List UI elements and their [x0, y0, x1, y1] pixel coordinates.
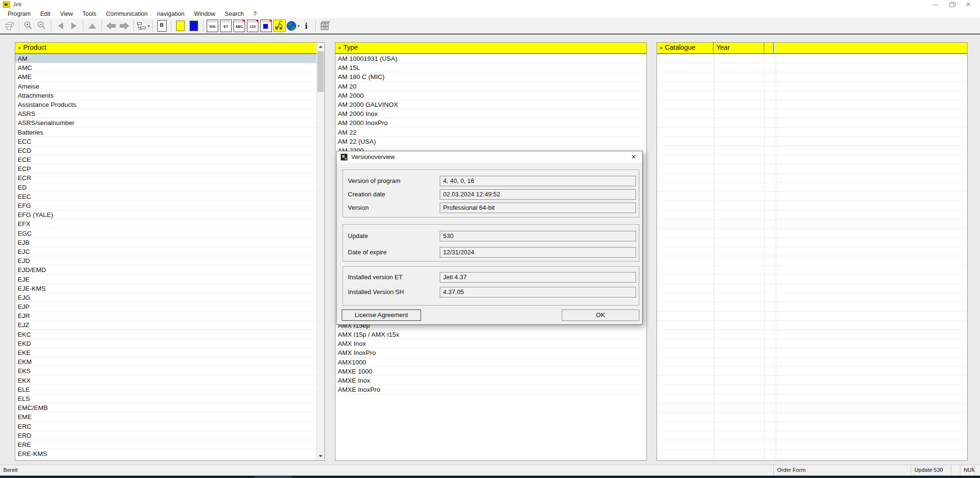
blue-marker-icon[interactable] [187, 20, 200, 33]
navigate-back-icon[interactable] [104, 20, 118, 33]
next-record-icon[interactable] [67, 20, 80, 33]
taskbar-button[interactable] [254, 476, 292, 478]
menu-item-edit[interactable]: Edit [35, 10, 56, 18]
product-column-header[interactable]: ◆Product [15, 43, 316, 54]
product-list-item[interactable]: ERC [15, 422, 316, 431]
info-icon[interactable]: i [300, 20, 313, 33]
product-list-item[interactable]: EKC [15, 330, 316, 339]
dialog-field-value-installed-version-et[interactable]: Jeti 4.37 [440, 272, 636, 283]
product-list-item[interactable]: EEC [15, 192, 316, 201]
product-list-item[interactable]: AME [15, 72, 316, 81]
archive-cabinet-icon[interactable] [318, 20, 332, 33]
menu-item-help[interactable]: ? [248, 10, 261, 18]
type-list-item[interactable]: AM 180 C (MIC) [335, 72, 646, 81]
product-list-item[interactable]: ECE [15, 155, 316, 164]
spare-part-search-icon[interactable]: ET [219, 20, 233, 33]
product-list-item[interactable]: EJP [15, 302, 316, 311]
dialog-field-value-date-of-expire[interactable]: 12/31/2024 [440, 247, 636, 258]
navigate-forward-icon[interactable] [118, 20, 131, 33]
menu-item-communication[interactable]: Communication [101, 10, 153, 18]
scrollbar-thumb[interactable] [317, 51, 324, 92]
dialog-close-icon[interactable]: ✕ [627, 152, 640, 162]
forklift-catalogue-icon[interactable] [273, 20, 286, 33]
document-b-icon[interactable]: B [155, 20, 168, 33]
alphabetic-index-icon[interactable]: ABC [233, 20, 246, 33]
product-list-item[interactable]: ECP [15, 164, 316, 173]
scroll-up-icon[interactable] [317, 43, 324, 51]
product-list-item[interactable]: ELS [15, 394, 316, 403]
product-list-item[interactable]: Assistance Products [15, 100, 316, 109]
product-list-item[interactable]: EJB [15, 238, 316, 247]
product-list-item[interactable]: EJD [15, 256, 316, 265]
product-list-item[interactable]: EJD/EMD [15, 265, 316, 274]
catalogue-column-header-3[interactable] [776, 43, 967, 54]
product-list-item[interactable]: EKS [15, 366, 316, 376]
type-list-item[interactable]: AM 2000 InoxPro [335, 118, 646, 127]
product-list-item[interactable]: EFG [15, 201, 316, 210]
dialog-field-value-version[interactable]: Professional 64-bit [440, 203, 636, 213]
level-up-icon[interactable] [86, 20, 99, 33]
type-list-item[interactable]: AM 2000 Inox [335, 109, 646, 118]
yellow-marker-icon[interactable] [174, 20, 187, 33]
catalogue-column-header-year[interactable]: Year [713, 43, 764, 54]
type-list-item[interactable]: AM 20 [335, 82, 646, 91]
scroll-down-icon[interactable] [317, 452, 324, 460]
zoom-in-icon[interactable] [22, 20, 35, 33]
product-list-item[interactable]: AMC [15, 63, 316, 72]
menu-item-window[interactable]: Window [189, 10, 220, 18]
restore-button[interactable] [944, 0, 960, 10]
product-list-item[interactable]: AM [15, 54, 316, 63]
product-scrollbar[interactable] [316, 43, 324, 460]
dialog-field-value-update[interactable]: 530 [440, 231, 636, 241]
print-icon[interactable] [3, 20, 16, 33]
catalogue-column-header-catalogue[interactable]: ◆Catalogue [657, 43, 713, 54]
catalogue-column-header-2[interactable] [764, 43, 774, 54]
product-list-item[interactable]: ASRS/serialnumber [15, 118, 316, 127]
minimize-button[interactable] [927, 0, 944, 10]
menu-item-view[interactable]: View [55, 10, 78, 18]
product-list-item[interactable]: ECD [15, 146, 316, 155]
product-list-item[interactable]: EGC [15, 229, 316, 238]
previous-record-icon[interactable] [54, 20, 67, 33]
type-list-item[interactable]: AM 10001931 (USA) [335, 54, 646, 63]
type-list-item[interactable]: AM 22 (USA) [335, 137, 646, 146]
product-list-item[interactable]: Batteries [15, 128, 316, 137]
product-list-item[interactable]: EME [15, 412, 316, 421]
language-globe-icon[interactable]: ▾ [286, 20, 300, 33]
product-list-item[interactable]: ECC [15, 137, 316, 146]
product-list-item[interactable]: ED [15, 183, 316, 192]
product-list-item[interactable]: EJG [15, 293, 316, 302]
product-list-item[interactable]: EJZ [15, 320, 316, 330]
zoom-out-icon[interactable] [35, 20, 48, 33]
serial-number-search-icon[interactable]: S/N [206, 20, 219, 33]
product-list-item[interactable]: ELE [15, 385, 316, 394]
license-agreement-button[interactable]: License Agreement [342, 309, 421, 321]
type-list-item[interactable]: AM 22 [335, 128, 646, 137]
product-list-item[interactable]: EMC/EMB [15, 403, 316, 412]
marked-document-icon[interactable] [259, 20, 273, 33]
type-list-item[interactable]: AMX InoxPro [335, 348, 646, 357]
product-list-item[interactable]: EKD [15, 339, 316, 348]
type-list-item[interactable]: AMX1000 [335, 358, 646, 367]
product-list-item[interactable]: EJE-KMS [15, 284, 316, 293]
product-list-item[interactable]: EKX [15, 376, 316, 385]
product-list-item[interactable]: EFG (YALE) [15, 210, 316, 219]
product-list-item[interactable]: ERE [15, 440, 316, 449]
ok-button[interactable]: OK [562, 309, 639, 321]
menu-item-navigation[interactable]: navigation [152, 10, 189, 18]
dialog-field-value-version-of-program[interactable]: 4, 40, 0, 16 [440, 176, 636, 186]
dialog-field-value-installed-version-sh[interactable]: 4.37.05 [440, 287, 636, 297]
close-button[interactable]: ✕ [960, 0, 976, 10]
product-list-item[interactable]: ERE-KMS [15, 449, 316, 458]
product-list-item[interactable]: EJE [15, 275, 316, 284]
product-list-item[interactable]: EFX [15, 219, 316, 228]
type-list-item[interactable]: AM 15L [335, 63, 646, 72]
product-list-item[interactable]: EJR [15, 311, 316, 320]
tree-view-icon[interactable]: ▾ [136, 20, 150, 33]
type-list-item[interactable]: AMX Inox [335, 339, 646, 348]
menu-item-program[interactable]: Program [3, 10, 35, 18]
dialog-field-value-creation-date[interactable]: 02.03.2024 12:49:52 [440, 189, 636, 200]
type-list-item[interactable]: AMXE InoxPro [335, 385, 646, 394]
type-column-header[interactable]: ◆Type [335, 43, 646, 54]
menu-item-tools[interactable]: Tools [78, 10, 101, 18]
